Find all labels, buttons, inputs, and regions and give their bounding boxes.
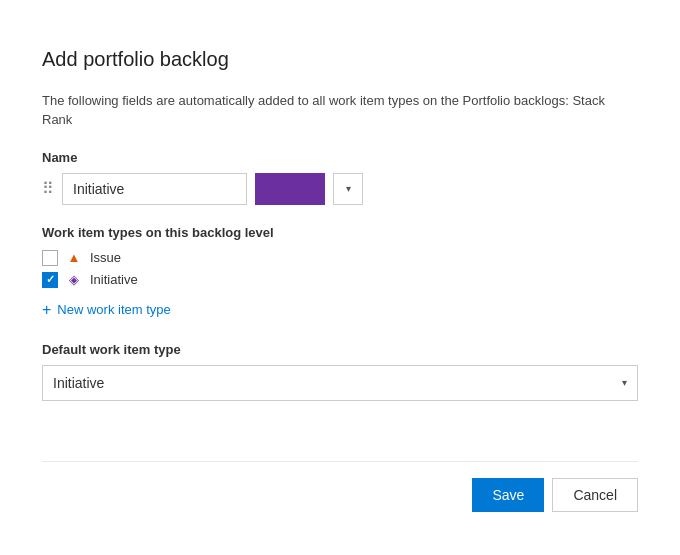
issue-checkbox[interactable] [42, 250, 58, 266]
work-items-section-label: Work item types on this backlog level [42, 225, 638, 240]
cancel-button[interactable]: Cancel [552, 478, 638, 512]
save-button[interactable]: Save [472, 478, 544, 512]
color-swatch-button[interactable] [255, 173, 325, 205]
initiative-label: Initiative [90, 272, 138, 287]
color-dropdown-button[interactable]: ▾ [333, 173, 363, 205]
list-item: ◈ Initiative [42, 272, 638, 288]
add-portfolio-backlog-dialog: Add portfolio backlog The following fiel… [10, 20, 670, 536]
name-row: ⠿ ▾ [42, 173, 638, 205]
default-work-item-label: Default work item type [42, 342, 638, 357]
chevron-down-icon: ▾ [622, 377, 627, 388]
initiative-icon: ◈ [66, 272, 82, 288]
drag-handle-icon: ⠿ [42, 179, 54, 198]
work-item-list: ▲ Issue ◈ Initiative [42, 250, 638, 288]
chevron-down-icon: ▾ [346, 183, 351, 194]
name-label: Name [42, 150, 638, 165]
name-input[interactable] [62, 173, 247, 205]
dialog-title: Add portfolio backlog [42, 48, 638, 71]
add-new-label: New work item type [57, 302, 170, 317]
issue-label: Issue [90, 250, 121, 265]
dialog-footer: Save Cancel [42, 461, 638, 512]
default-work-item-dropdown[interactable]: Initiative ▾ [42, 365, 638, 401]
issue-icon: ▲ [66, 250, 82, 266]
dialog-description: The following fields are automatically a… [42, 91, 638, 130]
initiative-checkbox[interactable] [42, 272, 58, 288]
plus-icon: + [42, 302, 51, 318]
default-dropdown-value: Initiative [53, 375, 104, 391]
list-item: ▲ Issue [42, 250, 638, 266]
add-new-work-item-button[interactable]: + New work item type [42, 302, 638, 318]
